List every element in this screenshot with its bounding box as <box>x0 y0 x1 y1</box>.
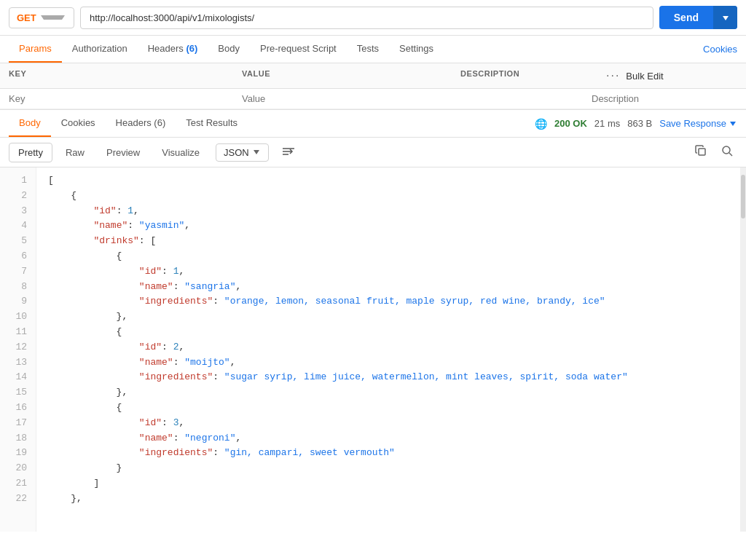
tab-body[interactable]: Body <box>208 36 250 63</box>
search-icon <box>721 145 733 157</box>
scrollbar-thumb[interactable] <box>741 175 745 218</box>
line-numbers: 12345678910111213141516171819202122 <box>0 167 36 532</box>
response-time: 21 ms <box>594 118 620 129</box>
req-tabs-right: Cookies <box>703 44 737 55</box>
params-header: KEY VALUE DESCRIPTION ··· Bulk Edit <box>0 63 746 89</box>
svg-point-4 <box>723 146 730 154</box>
params-table: KEY VALUE DESCRIPTION ··· Bulk Edit <box>0 63 746 110</box>
resp-tab-headers[interactable]: Headers (6) <box>106 110 176 137</box>
resp-tab-body[interactable]: Body <box>9 110 51 137</box>
col-description: DESCRIPTION <box>460 69 606 82</box>
format-bar-right <box>691 142 737 162</box>
format-selector[interactable]: JSON <box>216 143 269 162</box>
params-header-actions: ··· Bulk Edit <box>606 69 664 82</box>
save-response-label: Save Response <box>659 118 726 129</box>
method-dropdown-icon <box>41 15 65 20</box>
tab-params[interactable]: Params <box>9 36 62 63</box>
col-key: KEY <box>9 69 242 82</box>
format-chevron <box>254 150 259 154</box>
preview-button[interactable]: Preview <box>98 143 149 162</box>
save-response-chevron <box>730 122 736 126</box>
json-content: [ { "id": 1, "name": "yasmin", "drinks":… <box>36 167 740 532</box>
svg-line-5 <box>729 153 732 156</box>
value-cell[interactable] <box>242 93 592 104</box>
status-code: 200 OK <box>554 118 587 129</box>
save-response-button[interactable]: Save Response <box>659 118 737 129</box>
resp-tab-test-results[interactable]: Test Results <box>176 110 248 137</box>
tab-prerequest[interactable]: Pre-request Script <box>250 36 347 63</box>
raw-button[interactable]: Raw <box>57 143 93 162</box>
tab-settings[interactable]: Settings <box>389 36 444 63</box>
method-label: GET <box>17 12 36 23</box>
visualize-button[interactable]: Visualize <box>153 143 208 162</box>
response-size: 863 B <box>627 118 652 129</box>
tab-headers[interactable]: Headers (6) <box>138 36 208 63</box>
value-input[interactable] <box>242 93 592 104</box>
pretty-button[interactable]: Pretty <box>9 143 52 162</box>
copy-button[interactable] <box>691 142 711 162</box>
send-label: Send <box>659 6 713 29</box>
key-input[interactable] <box>9 93 242 104</box>
request-tabs: Params Authorization Headers (6) Body Pr… <box>0 36 746 63</box>
top-bar: GET Send <box>0 0 746 36</box>
copy-icon <box>695 145 707 157</box>
svg-rect-3 <box>699 149 705 155</box>
globe-icon: 🌐 <box>535 118 547 130</box>
format-bar: Pretty Raw Preview Visualize JSON <box>0 138 746 167</box>
bulk-edit-button[interactable]: Bulk Edit <box>626 71 663 82</box>
params-empty-row <box>0 89 746 109</box>
wrap-icon <box>282 146 295 157</box>
desc-input[interactable] <box>592 93 737 104</box>
search-button[interactable] <box>717 142 737 162</box>
method-selector[interactable]: GET <box>9 7 74 28</box>
resp-tab-cookies[interactable]: Cookies <box>51 110 106 137</box>
more-options-button[interactable]: ··· <box>606 69 620 82</box>
response-status: 🌐 200 OK 21 ms 863 B Save Response <box>535 118 737 130</box>
desc-cell[interactable] <box>592 93 737 104</box>
cookies-link[interactable]: Cookies <box>703 36 737 62</box>
tab-tests[interactable]: Tests <box>347 36 389 63</box>
response-tabs-bar: Body Cookies Headers (6) Test Results 🌐 … <box>0 110 746 138</box>
url-input[interactable] <box>80 7 653 29</box>
send-dropdown-icon[interactable] <box>713 6 737 29</box>
json-viewer: 12345678910111213141516171819202122 [ { … <box>0 167 746 532</box>
col-value: VALUE <box>242 69 460 82</box>
send-button[interactable]: Send <box>659 6 737 29</box>
key-cell[interactable] <box>9 93 242 104</box>
tab-authorization[interactable]: Authorization <box>62 36 138 63</box>
scrollbar-vertical[interactable] <box>740 167 746 532</box>
wrap-button[interactable] <box>276 143 301 162</box>
format-label: JSON <box>224 147 249 158</box>
